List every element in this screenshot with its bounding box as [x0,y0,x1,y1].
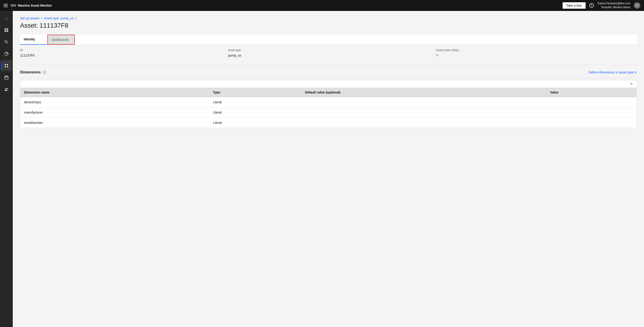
asset-name-field: Asset name (Alias) ✎ [436,48,637,57]
cell-default_value [301,108,546,118]
col-dimension-name: Dimension name [20,88,209,97]
col-value: Value [546,88,636,97]
nav-left: IBM Maximo Asset Monitor [4,4,52,7]
svg-rect-9 [5,66,6,67]
external-link-icon: ⧉ [635,71,637,74]
tab-identity[interactable]: Identity [20,35,48,45]
breadcrumb-sep-2: / [76,16,76,20]
svg-point-14 [5,88,6,90]
product-label: Maximo Asset Monitor [18,4,52,7]
cell-default_value [301,118,546,128]
svg-rect-0 [4,28,6,30]
id-field: ID 111137F8 [20,48,221,57]
svg-rect-2 [4,30,6,32]
dimensions-header: Dimensions i Define dimensions in asset … [20,70,637,74]
dimensions-table-card: ✎ Dimension name Type Default value (opt… [20,80,637,128]
user-email: Carlos.Ferreira1@ibm.com [598,2,630,6]
table-header-row: Dimension name Type Default value (optio… [20,88,636,97]
cell-value [546,97,636,108]
table-row: manufacturerLiteral [20,108,636,118]
cell-type: Literal [209,97,302,108]
breadcrumb-setup-assets[interactable]: Set up assets [20,16,40,20]
table-card-header: ✎ [20,80,636,88]
cell-type: Literal [209,118,302,128]
help-icon[interactable]: ? [589,3,594,8]
svg-point-4 [5,40,7,43]
cell-default_value [301,97,546,108]
ibm-label: IBM [10,4,16,7]
svg-point-15 [7,88,8,90]
top-navigation: IBM Maximo Asset Monitor Take a tour ? C… [0,0,644,11]
table-edit-icon[interactable]: ✎ [630,82,633,86]
menu-hamburger-icon[interactable] [4,4,8,7]
table-row: serialNumberLiteral [20,118,636,128]
sidebar-item-analytics[interactable] [1,48,12,59]
sidebar-item-devices[interactable] [1,72,12,83]
sidebar: ⌂ [0,11,13,327]
cell-value [546,108,636,118]
asset-type-value: pump_co [228,54,429,57]
tabs-container: Identity Dashboards [20,35,637,45]
user-info: Carlos.Ferreira1@ibm.com TenantId: Monit… [598,2,630,9]
dimensions-title-row: Dimensions i [20,70,46,74]
col-default-value: Default value (optional) [301,88,546,97]
table-row: deviceClassLiteral [20,97,636,108]
sidebar-item-dashboard[interactable] [1,25,12,36]
user-tenant: TenantId: Monitor-Demo [598,6,630,9]
breadcrumb: Set up assets / Asset type: pump_co / [20,16,637,20]
identity-content: ID 111137F8 Asset type pump_co Asset nam… [20,48,637,128]
cell-name: manufacturer [20,108,209,118]
svg-rect-13 [5,76,8,76]
dimensions-divider [20,78,637,78]
brand: IBM Maximo Asset Monitor [10,4,52,7]
id-value: 111137F8 [20,54,221,57]
svg-line-5 [7,42,8,44]
page-title: Asset: 111137F8 [20,22,637,29]
define-dimensions-link[interactable]: Define dimensions in asset type ⧉ [588,70,637,74]
sidebar-item-search[interactable] [1,36,12,48]
tab-dashboards[interactable]: Dashboards [48,35,75,45]
sidebar-item-home[interactable]: ⌂ [1,13,12,24]
take-tour-button[interactable]: Take a tour [562,2,586,9]
main-content: Set up assets / Asset type: pump_co / As… [13,11,644,327]
cell-value [546,118,636,128]
tabs: Identity Dashboards [20,35,637,45]
svg-rect-11 [4,76,8,79]
svg-rect-7 [5,64,6,65]
nav-right: Take a tour ? Carlos.Ferreira1@ibm.com T… [562,2,640,9]
asset-name-label: Asset name (Alias) [436,48,637,52]
dimensions-info-icon[interactable]: i [43,70,46,74]
id-label: ID [20,48,221,52]
col-type: Type [209,88,302,97]
avatar[interactable]: CF [634,2,640,9]
breadcrumb-sep-1: / [41,16,42,20]
sidebar-item-assets[interactable] [1,60,12,71]
cell-name: deviceClass [20,97,209,108]
asset-name-edit-icon[interactable]: ✎ [436,54,637,57]
dimensions-title: Dimensions [20,70,41,74]
svg-rect-8 [7,64,8,65]
identity-fields: ID 111137F8 Asset type pump_co Asset nam… [20,48,637,65]
breadcrumb-asset-type[interactable]: Asset type: pump_co [44,16,74,20]
cell-type: Literal [209,108,302,118]
sidebar-item-users[interactable] [1,84,12,95]
svg-rect-10 [7,66,8,67]
svg-rect-3 [6,30,8,32]
dimensions-table: Dimension name Type Default value (optio… [20,88,636,128]
svg-rect-1 [6,28,8,30]
cell-name: serialNumber [20,118,209,128]
asset-type-field: Asset type pump_co [228,48,429,57]
asset-type-label: Asset type [228,48,429,52]
